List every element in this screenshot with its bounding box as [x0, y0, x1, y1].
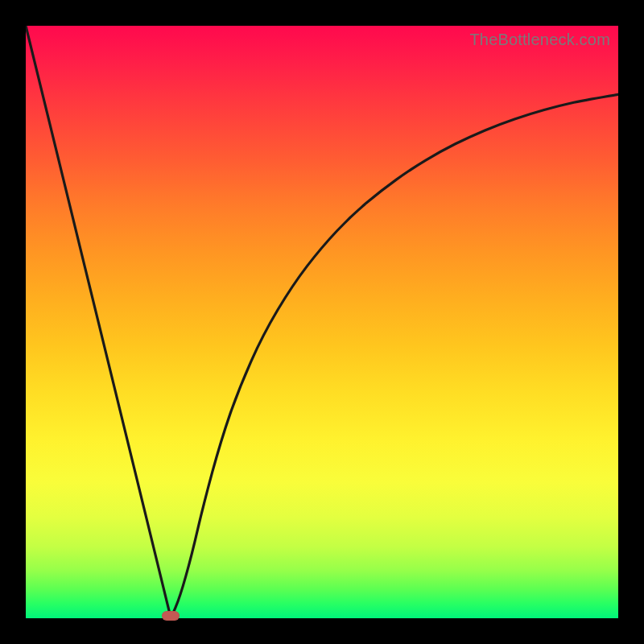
plot-area: TheBottleneck.com — [26, 26, 618, 618]
bottleneck-curve — [26, 26, 618, 618]
optimum-marker — [162, 611, 180, 621]
chart-frame: TheBottleneck.com — [0, 0, 644, 644]
curve-path — [26, 26, 618, 618]
